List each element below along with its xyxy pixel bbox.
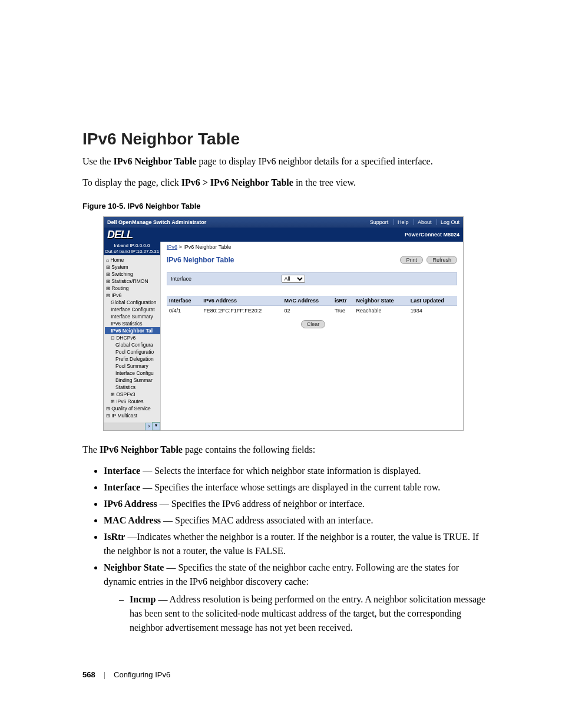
titlebar-links: Support Help About Log Out <box>363 219 459 225</box>
list-item: Interface — Selects the interface for wh… <box>104 464 491 478</box>
text: To display the page, click <box>82 177 181 187</box>
tree-last[interactable]: IP Multicast <box>105 412 160 419</box>
col-last-updated: Last Updated <box>408 296 457 306</box>
page-number: 568 <box>82 670 95 679</box>
model-label: PowerConnect M8024 <box>405 232 459 238</box>
tree-ospfv3[interactable]: OSPFv3 <box>105 391 160 398</box>
tree-dhcp-iconf[interactable]: Interface Configu <box>105 370 160 377</box>
col-interface: Interface <box>167 296 201 306</box>
term-neighbor-state: Neighbor State <box>104 562 164 572</box>
titlebar-text: Dell OpenManage Switch Administrator <box>107 219 206 225</box>
cell-neighbor-state: Reachable <box>353 306 408 316</box>
cell-ipv6-address: FE80::2FC:F1FF:FE20:2 <box>201 306 282 316</box>
scrollbar-vertical-thumb[interactable]: ▾ <box>152 422 160 430</box>
term-menupath: IPv6 > IPv6 Neighbor Table <box>181 177 293 187</box>
tree-routing[interactable]: Routing <box>105 285 160 292</box>
text: — Specifies the IPv6 address of neighbor… <box>157 499 365 509</box>
text: in the tree view. <box>293 177 356 187</box>
interface-select[interactable]: All <box>282 275 305 283</box>
tree-dhcp-poolsum[interactable]: Pool Summary <box>105 363 160 370</box>
dell-logo: DELL <box>107 229 133 241</box>
tree-home[interactable]: Home <box>105 256 160 263</box>
field-list: Interface — Selects the interface for wh… <box>104 464 491 635</box>
figure-caption: Figure 10-5. IPv6 Neighbor Table <box>82 202 491 210</box>
content-pane: IPv6 > IPv6 Neighbor Table IPv6 Neighbor… <box>161 242 463 430</box>
ip-inband: Inband IP:0.0.0.0 <box>104 243 160 249</box>
term-interface: Interface <box>104 466 140 476</box>
screenshot: Dell OpenManage Switch Administrator Sup… <box>103 216 464 431</box>
tree-system[interactable]: System <box>105 263 160 271</box>
tree-ipv6[interactable]: IPv6 <box>105 292 160 299</box>
text: page to display IPv6 neighbor details fo… <box>197 156 433 166</box>
cell-interface: 0/4/1 <box>167 306 201 316</box>
tree-dhcp-global[interactable]: Global Configura <box>105 341 160 348</box>
intro-para-1: Use the IPv6 Neighbor Table page to disp… <box>82 154 491 169</box>
breadcrumb-sep: > <box>177 244 183 250</box>
tree-dhcp-binding[interactable]: Binding Summar <box>105 377 160 384</box>
col-neighbor-state: Neighbor State <box>353 296 408 306</box>
sublist-item: Incmp — Address resolution is being perf… <box>119 592 491 635</box>
sublist: Incmp — Address resolution is being perf… <box>119 592 491 635</box>
nav-tree: Inband IP:0.0.0.0 Out-of-band IP:10.27.5… <box>104 242 161 430</box>
term-interface-2: Interface <box>104 482 140 492</box>
tree-ipv6-routes[interactable]: IPv6 Routes <box>105 398 160 405</box>
text: Use the <box>82 156 113 166</box>
tree-qos[interactable]: Quality of Service <box>105 405 160 412</box>
link-about[interactable]: About <box>414 219 432 225</box>
link-logout[interactable]: Log Out <box>437 219 459 225</box>
list-item: Neighbor State — Specifies the state of … <box>104 561 491 635</box>
neighbor-table: Interface IPv6 Address MAC Address isRtr… <box>167 296 457 315</box>
tree-dhcp-prefix[interactable]: Prefix Delegation <box>105 355 160 363</box>
tree-dhcpv6[interactable]: DHCPv6 <box>105 334 160 341</box>
cell-last-updated: 1934 <box>408 306 457 316</box>
footer-separator: | <box>104 670 105 679</box>
col-mac-address: MAC Address <box>282 296 332 306</box>
text: — Specifies the interface whose settings… <box>140 482 440 492</box>
tree-ipv6-neighbor-table[interactable]: IPv6 Neighbor Tal <box>105 327 160 334</box>
tree-ipv6-statistics[interactable]: IPv6 Statistics <box>105 320 160 327</box>
fields-intro: The IPv6 Neighbor Table page contains th… <box>82 443 491 457</box>
list-item: IsRtr —Indicates whether the neighbor is… <box>104 530 491 558</box>
link-support[interactable]: Support <box>366 219 389 225</box>
filter-bar: Interface All <box>167 272 457 285</box>
text: — Address resolution is being performed … <box>130 594 485 633</box>
titlebar: Dell OpenManage Switch Administrator Sup… <box>104 217 463 228</box>
col-isrtr: isRtr <box>332 296 354 306</box>
term-ipv6-neighbor-table-2: IPv6 Neighbor Table <box>100 444 183 454</box>
tree-interface-summary[interactable]: Interface Summary <box>105 313 160 320</box>
list-item: Interface — Specifies the interface whos… <box>104 480 491 495</box>
tree-stats[interactable]: Statistics/RMON <box>105 278 160 285</box>
term-ipv6-neighbor-table: IPv6 Neighbor Table <box>113 156 196 166</box>
refresh-button[interactable]: Refresh <box>427 256 457 264</box>
link-help[interactable]: Help <box>394 219 409 225</box>
tree-dhcp-pool[interactable]: Pool Configuratio <box>105 348 160 355</box>
ip-oob: Out-of-band IP:10.27.5.31 <box>104 249 160 255</box>
tree-switching[interactable]: Switching <box>105 271 160 278</box>
clear-button[interactable]: Clear <box>301 320 326 328</box>
term-mac-address: MAC Address <box>104 515 161 525</box>
cell-isrtr: True <box>332 306 354 316</box>
page-heading: IPv6 Neighbor Table <box>82 130 491 149</box>
tree-interface-config[interactable]: Interface Configurat <box>105 306 160 313</box>
page-footer: 568 | Configuring IPv6 <box>82 670 491 679</box>
print-button[interactable]: Print <box>400 256 423 264</box>
text: —Indicates whether the neighbor is a rou… <box>104 532 479 556</box>
term-ipv6-address: IPv6 Address <box>104 499 157 509</box>
filter-label: Interface <box>171 276 191 282</box>
ip-box: Inband IP:0.0.0.0 Out-of-band IP:10.27.5… <box>104 242 160 255</box>
intro-para-2: To display the page, click IPv6 > IPv6 N… <box>82 176 491 190</box>
breadcrumb-ipv6[interactable]: IPv6 <box>167 244 177 250</box>
text: — Specifies MAC address associated with … <box>161 515 373 525</box>
term-incmp: Incmp <box>130 594 156 604</box>
breadcrumb-current: IPv6 Neighbor Table <box>183 244 231 250</box>
table-row: 0/4/1 FE80::2FC:F1FF:FE20:2 02 True Reac… <box>167 306 457 316</box>
brandbar: DELL PowerConnect M8024 <box>104 228 463 242</box>
text: — Selects the interface for which neighb… <box>140 466 421 476</box>
tree-dhcp-stats[interactable]: Statistics <box>105 384 160 391</box>
cell-mac-address: 02 <box>282 306 332 316</box>
pane-title: IPv6 Neighbor Table <box>167 256 234 264</box>
scrollbar-horizontal[interactable] <box>104 423 153 430</box>
breadcrumb: IPv6 > IPv6 Neighbor Table <box>167 244 457 250</box>
tree-global-config[interactable]: Global Configuration <box>105 299 160 306</box>
text: page contains the following fields: <box>183 444 315 454</box>
